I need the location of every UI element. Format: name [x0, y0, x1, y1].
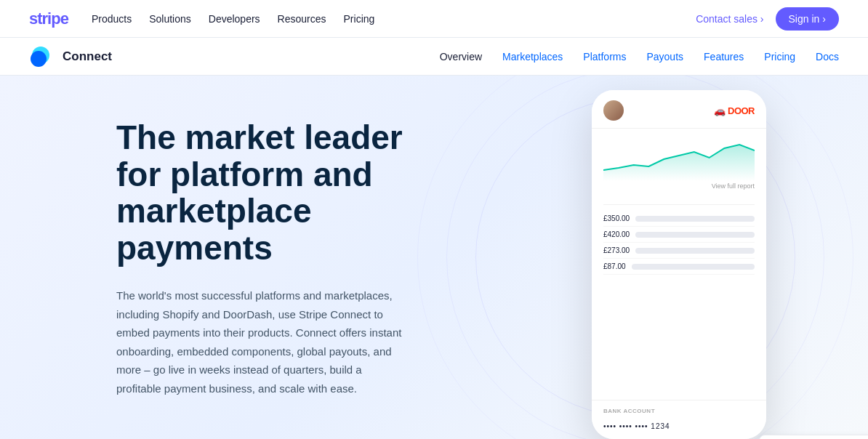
amount-row-2: £420.00 — [603, 227, 755, 243]
avatar — [603, 100, 624, 121]
hero-section: The market leader for platform and marke… — [0, 76, 868, 439]
stripe-logo[interactable]: stripe — [29, 9, 68, 28]
amount-bar-1 — [635, 216, 755, 222]
subnav-docs[interactable]: Docs — [816, 51, 839, 63]
amount-label-4: £87.00 — [603, 262, 626, 270]
phone-header: DOOR — [592, 90, 766, 129]
nav-developers[interactable]: Developers — [209, 13, 260, 25]
doordash-logo: DOOR — [714, 105, 755, 116]
subnav-overview[interactable]: Overview — [440, 51, 482, 63]
bank-label: BANK ACCOUNT — [603, 408, 655, 414]
connect-icon-front — [31, 51, 47, 67]
amount-row-3: £273.00 — [603, 243, 755, 259]
connect-label: Connect — [63, 49, 112, 64]
bank-row: BANK ACCOUNT — [603, 408, 755, 414]
amount-bar-4 — [632, 264, 755, 270]
top-navigation: stripe Products Solutions Developers Res… — [0, 0, 868, 38]
bank-dots: •••• •••• •••• 1234 — [603, 422, 670, 430]
connect-brand: Connect — [29, 44, 112, 70]
subnav-features[interactable]: Features — [704, 51, 744, 63]
contact-sales-link[interactable]: Contact sales — [696, 13, 763, 25]
amount-label-1: £350.00 — [603, 214, 630, 222]
amount-bar-3 — [635, 248, 755, 254]
nav-solutions[interactable]: Solutions — [149, 13, 191, 25]
subnav-pricing[interactable]: Pricing — [764, 51, 795, 63]
hero-description: The world's most successful platforms an… — [116, 286, 407, 398]
sub-nav-links: Overview Marketplaces Platforms Payouts … — [440, 50, 839, 63]
top-nav-links: Products Solutions Developers Resources … — [92, 12, 374, 25]
phone-amounts: £350.00 £420.00 £273.00 £87.00 — [592, 205, 766, 281]
chart-line — [603, 137, 755, 181]
view-full-report[interactable]: View full report — [603, 181, 755, 196]
subnav-payouts[interactable]: Payouts — [646, 51, 683, 63]
connect-icon — [29, 44, 55, 70]
phone-footer: BANK ACCOUNT •••• •••• •••• 1234 — [592, 400, 766, 439]
nav-resources[interactable]: Resources — [278, 13, 326, 25]
top-nav-left: stripe Products Solutions Developers Res… — [29, 9, 374, 28]
phone-mockup: DOOR View full — [592, 90, 766, 439]
notification-card: Food is being prepared Curry Up Now · 5m… — [759, 435, 868, 439]
amount-label-2: £420.00 — [603, 230, 630, 238]
hero-content: The market leader for platform and marke… — [0, 76, 407, 439]
phone-chart: View full report — [592, 129, 766, 204]
amount-bar-2 — [635, 232, 755, 238]
nav-pricing[interactable]: Pricing — [344, 13, 375, 25]
amount-row-4: £87.00 — [603, 259, 755, 275]
subnav-platforms[interactable]: Platforms — [583, 51, 626, 63]
sub-navigation: Connect Overview Marketplaces Platforms … — [0, 38, 868, 76]
sign-in-button[interactable]: Sign in — [776, 7, 839, 31]
amount-row-1: £350.00 — [603, 211, 755, 227]
top-nav-right: Contact sales Sign in — [696, 7, 839, 31]
hero-title: The market leader for platform and marke… — [116, 119, 407, 266]
amount-label-3: £273.00 — [603, 246, 630, 254]
subnav-marketplaces[interactable]: Marketplaces — [502, 51, 563, 63]
nav-products[interactable]: Products — [92, 13, 132, 25]
hero-visual: DOOR View full — [475, 76, 824, 439]
